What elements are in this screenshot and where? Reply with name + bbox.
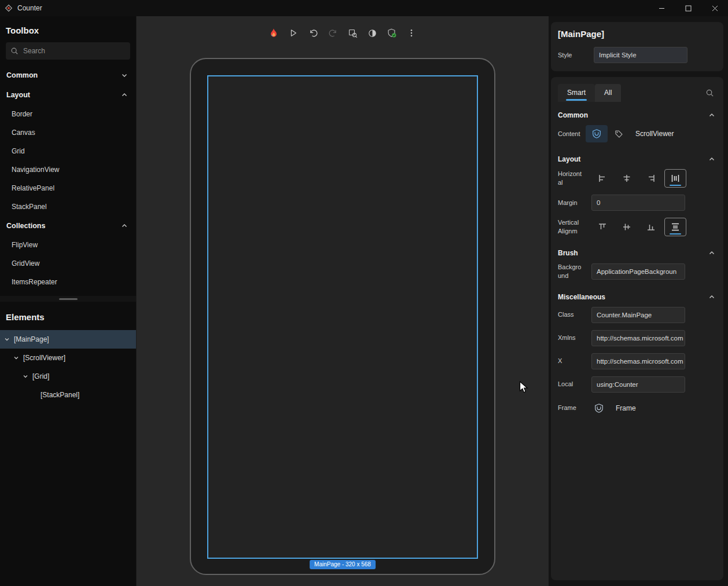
maximize-button[interactable] xyxy=(675,0,701,16)
theme-contrast-icon xyxy=(367,28,377,38)
theme-toggle-button[interactable] xyxy=(365,25,380,41)
close-button[interactable] xyxy=(701,0,728,16)
class-label: Class xyxy=(558,310,586,319)
search-input[interactable] xyxy=(23,47,126,55)
tab-all[interactable]: All xyxy=(595,84,621,102)
stretch-vertical-button[interactable] xyxy=(664,218,686,236)
inspector-panel: [MainPage] Style Implicit Style Smart Al… xyxy=(549,16,728,586)
content-tag-button[interactable] xyxy=(608,125,630,142)
app-logo-icon xyxy=(5,4,13,12)
class-input[interactable]: Counter.MainPage xyxy=(591,307,685,323)
style-label: Style xyxy=(558,51,586,60)
frame-element-button[interactable] xyxy=(588,400,610,417)
x-label: X xyxy=(558,357,586,365)
toolbox-item-relativepanel[interactable]: RelativePanel xyxy=(0,179,136,197)
chevron-up-icon xyxy=(708,250,715,257)
content-element-button[interactable] xyxy=(586,125,608,142)
chevron-down-icon xyxy=(22,373,29,379)
align-right-button[interactable] xyxy=(640,169,662,188)
validation-status-button[interactable] xyxy=(384,25,399,41)
device-frame: MainPage - 320 x 568 xyxy=(190,58,495,575)
minimize-button[interactable] xyxy=(648,0,675,16)
background-label: Background xyxy=(558,263,586,280)
toolbox-item-flipview[interactable]: FlipView xyxy=(0,236,136,254)
toolbox-item-itemsrepeater[interactable]: ItemsRepeater xyxy=(0,273,136,291)
align-center-horizontal-icon xyxy=(622,174,631,183)
stretch-horizontal-button[interactable] xyxy=(664,169,686,188)
local-label: Local xyxy=(558,380,586,389)
redo-button[interactable] xyxy=(325,25,340,41)
flame-icon xyxy=(269,28,279,38)
toolbox-search[interactable] xyxy=(6,42,130,60)
chevron-up-icon xyxy=(121,91,128,98)
search-icon xyxy=(705,89,714,97)
toolbox-section-collections[interactable]: Collections xyxy=(0,216,136,236)
chevron-down-icon xyxy=(3,336,10,342)
align-center-vertical-button[interactable] xyxy=(616,218,638,236)
tree-item-mainpage[interactable]: [MainPage] xyxy=(0,330,136,349)
xmlns-input[interactable]: http://schemas.microsoft.com xyxy=(591,330,685,346)
toolbox-item-border[interactable]: Border xyxy=(0,105,136,123)
properties-search-button[interactable] xyxy=(703,86,716,100)
style-input[interactable]: Implicit Style xyxy=(594,47,687,63)
undo-icon xyxy=(308,28,318,38)
toolbox-item-grid[interactable]: Grid xyxy=(0,142,136,160)
toolbox-section-layout[interactable]: Layout xyxy=(0,85,136,105)
toolbox-item-stackpanel[interactable]: StackPanel xyxy=(0,197,136,216)
align-right-icon xyxy=(646,174,656,183)
inspector-header-card: [MainPage] Style Implicit Style xyxy=(551,22,723,71)
mouse-cursor xyxy=(519,381,530,394)
elements-title: Elements xyxy=(0,302,136,330)
undo-button[interactable] xyxy=(306,25,321,41)
frame-label: Frame xyxy=(558,404,586,412)
section-layout[interactable]: Layout xyxy=(558,149,716,169)
toolbox-item-navigationview[interactable]: NavigationView xyxy=(0,160,136,179)
kebab-menu-icon xyxy=(407,28,416,38)
toolbox-item-gridview[interactable]: GridView xyxy=(0,254,136,273)
margin-label: Margin xyxy=(558,199,586,207)
uno-shield-icon xyxy=(591,129,602,139)
inspector-title: [MainPage] xyxy=(558,29,716,39)
align-center-vertical-icon xyxy=(622,222,631,232)
horizontal-alignment-label: Horizontal xyxy=(558,170,586,187)
tree-item-scrollviewer[interactable]: [ScrollViewer] xyxy=(0,349,136,367)
redo-icon xyxy=(328,28,338,38)
align-left-button[interactable] xyxy=(591,169,613,188)
more-options-button[interactable] xyxy=(404,25,419,41)
margin-input[interactable]: 0 xyxy=(591,195,685,211)
inspector-icon xyxy=(348,28,358,38)
toolbox-panel: Toolbox Common Layout Border Canvas Grid… xyxy=(0,16,137,586)
tree-item-stackpanel[interactable]: [StackPanel] xyxy=(0,386,136,404)
element-inspector-button[interactable] xyxy=(345,25,360,41)
background-input[interactable]: ApplicationPageBackgroun xyxy=(591,263,685,280)
tree-item-grid[interactable]: [Grid] xyxy=(0,367,136,386)
chevron-up-icon xyxy=(708,294,715,301)
chevron-up-icon xyxy=(708,112,715,119)
chevron-down-icon xyxy=(13,355,20,361)
stretch-horizontal-icon xyxy=(671,174,680,183)
horizontal-alignment-group xyxy=(591,169,686,188)
design-canvas[interactable]: MainPage - 320 x 568 xyxy=(137,16,549,586)
toolbox-section-common[interactable]: Common xyxy=(0,65,136,85)
panel-splitter[interactable] xyxy=(0,296,136,302)
align-top-button[interactable] xyxy=(591,218,613,236)
local-input[interactable]: using:Counter xyxy=(591,376,685,393)
section-common[interactable]: Common xyxy=(558,105,716,125)
search-icon xyxy=(10,47,19,55)
hot-reload-flame-button[interactable] xyxy=(266,25,281,41)
section-miscellaneous[interactable]: Miscellaneous xyxy=(558,287,716,307)
window-title: Counter xyxy=(17,4,42,12)
shield-check-icon xyxy=(387,28,397,38)
inspector-tabs: Smart All xyxy=(558,84,716,102)
tab-smart[interactable]: Smart xyxy=(558,84,595,102)
align-left-icon xyxy=(598,174,607,183)
x-input[interactable]: http://schemas.microsoft.com xyxy=(591,353,685,369)
toolbox-item-canvas[interactable]: Canvas xyxy=(0,123,136,142)
chevron-up-icon xyxy=(121,222,128,229)
mainpage-design-surface[interactable] xyxy=(207,75,478,559)
align-center-horizontal-button[interactable] xyxy=(616,169,638,188)
section-brush[interactable]: Brush xyxy=(558,243,716,263)
play-button[interactable] xyxy=(286,25,301,41)
align-bottom-button[interactable] xyxy=(640,218,662,236)
content-label: Content xyxy=(558,130,586,138)
